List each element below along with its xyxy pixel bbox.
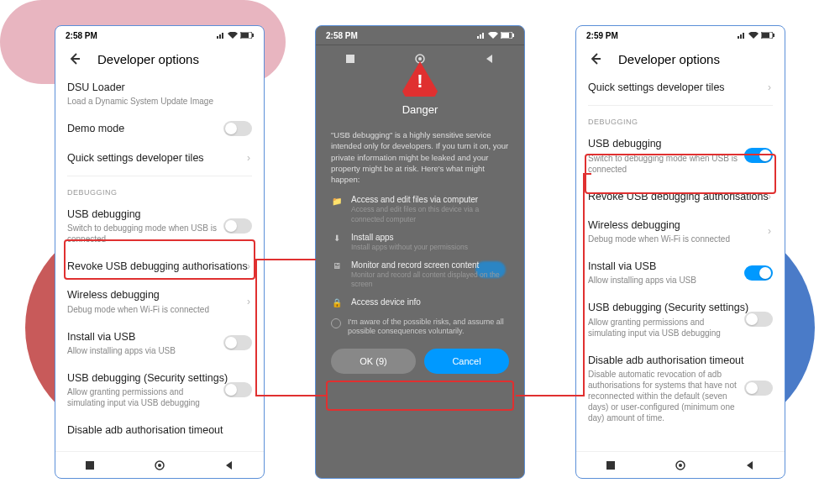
quick-settings-item[interactable]: Quick settings developer tiles › — [67, 144, 252, 172]
install-usb-toggle[interactable] — [744, 265, 773, 281]
risk-title: Access device info — [351, 297, 421, 307]
item-subtitle: Disable automatic revocation of adb auth… — [588, 369, 773, 423]
svg-rect-13 — [773, 34, 774, 37]
item-title: USB debugging (Security settings) — [67, 371, 252, 385]
chevron-right-icon: › — [768, 191, 771, 202]
risk-item: 🖥 Monitor and record screen contentMonit… — [331, 260, 509, 289]
header: Developer options — [576, 45, 785, 73]
chevron-right-icon: › — [768, 81, 771, 93]
nav-bar — [576, 451, 785, 478]
connector-line — [583, 173, 585, 396]
svg-point-5 — [158, 464, 161, 467]
risk-item: 📁 Access and edit files via computerAcce… — [331, 195, 509, 223]
wireless-debugging-item[interactable]: Wireless debugging Debug mode when Wi-Fi… — [588, 211, 773, 252]
risk-item: 🔒 Access device info — [331, 297, 509, 309]
ok-button[interactable]: OK (9) — [331, 349, 416, 374]
risk-title: Install apps — [351, 233, 468, 242]
usb-debugging-toggle[interactable] — [744, 148, 773, 163]
home-button[interactable] — [154, 459, 165, 471]
usb-security-toggle[interactable] — [223, 382, 252, 397]
usb-debugging-item[interactable]: USB debugging Switch to debugging mode w… — [67, 200, 252, 252]
status-time: 2:59 PM — [586, 31, 618, 40]
risk-sub: Install apps without your permissions — [351, 243, 468, 252]
folder-icon: 📁 — [331, 195, 343, 207]
back-button[interactable] — [588, 51, 603, 66]
status-bar: 2:58 PM — [316, 26, 524, 45]
risk-item: ⬇ Install appsInstall apps without your … — [331, 233, 509, 252]
back-nav-button[interactable] — [744, 459, 756, 471]
usb-security-item[interactable]: USB debugging (Security settings) Allow … — [67, 364, 252, 416]
svg-rect-3 — [86, 461, 94, 470]
divider — [588, 105, 773, 106]
dialog-title: Danger — [402, 103, 438, 116]
item-title: Wireless debugging — [588, 218, 773, 232]
recents-button[interactable] — [605, 459, 617, 471]
section-label: DEBUGGING — [67, 188, 252, 197]
chevron-right-icon: › — [247, 260, 250, 272]
risk-title: Access and edit files via computer — [351, 195, 509, 204]
status-icons — [738, 32, 774, 39]
dialog-intro: "USB debugging" is a highly sensitive se… — [331, 129, 509, 185]
cancel-button[interactable]: Cancel — [424, 349, 509, 374]
download-icon: ⬇ — [331, 233, 343, 244]
item-title: Revoke USB debugging authorisations — [67, 260, 252, 273]
section-label: DEBUGGING — [588, 118, 773, 126]
install-usb-toggle[interactable] — [223, 335, 252, 350]
consent-checkbox-row[interactable]: I'm aware of the possible risks, and ass… — [331, 318, 509, 337]
disable-adb-toggle[interactable] — [744, 381, 773, 396]
usb-security-item[interactable]: USB debugging (Security settings) Allow … — [588, 293, 773, 345]
back-nav-button[interactable] — [223, 459, 235, 471]
status-time: 2:58 PM — [326, 31, 358, 40]
install-usb-item[interactable]: Install via USB Allow installing apps vi… — [588, 252, 773, 293]
demo-mode-item[interactable]: Demo mode — [67, 114, 252, 143]
item-title: USB debugging — [588, 137, 773, 150]
page-title: Developer options — [618, 52, 720, 66]
usb-debugging-item[interactable]: USB debugging Switch to debugging mode w… — [588, 129, 773, 181]
item-title: Wireless debugging — [67, 288, 252, 302]
revoke-auth-item[interactable]: Revoke USB debugging authorisations › — [588, 182, 773, 211]
lock-icon: 🔒 — [331, 297, 343, 309]
svg-rect-1 — [252, 34, 254, 37]
recents-button[interactable] — [84, 459, 96, 471]
svg-rect-7 — [512, 34, 514, 37]
usb-debugging-toggle[interactable] — [223, 218, 252, 234]
svg-rect-15 — [606, 461, 615, 470]
consent-checkbox[interactable] — [331, 318, 341, 328]
connector-line — [255, 259, 257, 395]
back-button[interactable] — [67, 51, 82, 66]
disable-adb-item[interactable]: Disable adb authorisation timeout — [67, 416, 252, 444]
consent-text: I'm aware of the possible risks, and ass… — [348, 318, 509, 337]
nav-bar — [55, 451, 264, 478]
chevron-right-icon: › — [247, 152, 250, 164]
header: Developer options — [55, 45, 264, 73]
disable-adb-item[interactable]: Disable adb authorisation timeout Disabl… — [588, 346, 773, 431]
quick-settings-item[interactable]: Quick settings developer tiles › — [588, 73, 773, 102]
dsu-loader-item[interactable]: DSU Loader Load a Dynamic System Update … — [67, 73, 252, 114]
demo-mode-toggle[interactable] — [223, 121, 252, 136]
page-title: Developer options — [97, 52, 199, 66]
phone-screen-1: 2:58 PM Developer options DSU Loader Loa… — [55, 25, 265, 479]
status-icons — [217, 32, 254, 39]
status-icons — [477, 32, 514, 39]
wireless-debugging-item[interactable]: Wireless debugging Debug mode when Wi-Fi… — [67, 281, 252, 322]
item-title: Disable adb authorisation timeout — [67, 423, 252, 437]
usb-security-toggle[interactable] — [744, 312, 773, 327]
item-subtitle: Debug mode when Wi-Fi is connected — [588, 234, 773, 244]
chevron-right-icon: › — [247, 296, 250, 307]
risk-title: Monitor and record screen content — [351, 260, 509, 270]
install-usb-item[interactable]: Install via USB Allow installing apps vi… — [67, 323, 252, 364]
status-bar: 2:58 PM — [55, 26, 264, 45]
revoke-auth-item[interactable]: Revoke USB debugging authorisations › — [67, 252, 252, 281]
status-time: 2:58 PM — [66, 31, 97, 40]
item-title: USB debugging (Security settings) — [588, 301, 773, 314]
divider — [67, 176, 252, 176]
item-subtitle: Debug mode when Wi-Fi is connected — [67, 304, 252, 315]
home-button[interactable] — [675, 459, 686, 471]
warning-icon: ! — [402, 61, 438, 97]
connector-line — [516, 395, 585, 396]
danger-dialog: ! Danger "USB debugging" is a highly sen… — [316, 45, 524, 451]
svg-rect-2 — [241, 33, 249, 38]
status-bar: 2:59 PM — [576, 26, 785, 45]
phone-screen-2: 2:58 PM ! Danger "USB debugging" is a hi… — [315, 25, 525, 479]
svg-rect-8 — [501, 33, 509, 38]
